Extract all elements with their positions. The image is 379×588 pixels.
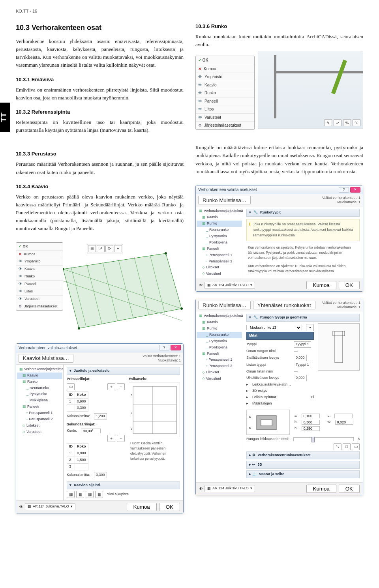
memory-button[interactable]: Kaaviot Muistissa… (19, 354, 73, 363)
primary-table[interactable]: IDKoko 10,900 0,300 (67, 391, 88, 412)
pos-option-icon[interactable]: ▦ (86, 491, 94, 498)
plus-button[interactable]: ＋ (107, 383, 115, 390)
minus-button[interactable]: － (117, 383, 125, 390)
body-text: Referenssipinta on kuvitteellinen taso t… (16, 118, 184, 134)
pos-option-icon[interactable]: ▦ (67, 491, 75, 498)
panel-header[interactable]: Jaottelu ja esikatselu (74, 368, 110, 374)
panel-header[interactable]: 🔧 (253, 315, 258, 320)
eye-icon: 👁 (198, 90, 202, 96)
tree-view[interactable]: ▦Verhorakennejärjestelmä ▦Kaavio ▦Runko … (16, 365, 64, 500)
anchor-icon[interactable]: □ (343, 443, 351, 450)
ok-button[interactable]: OK (339, 281, 360, 289)
pos-option-icon[interactable]: ▦ (76, 491, 84, 498)
check-icon: ✓ (198, 58, 201, 62)
tool-icon[interactable]: ⤢ (334, 119, 341, 126)
svg-text:2: 2 (131, 412, 132, 414)
pos-option-icon[interactable]: ▦ (95, 491, 103, 498)
svg-point-12 (78, 327, 80, 330)
hint-text: Huom: Osoita kenttiin vaihtaakseen panee… (129, 439, 180, 463)
memory-button[interactable]: Runko Muistissa… (198, 196, 251, 204)
secondary-table[interactable]: IDKoko 10,900 21,500 3 (67, 443, 88, 470)
section-schematic: ab (246, 410, 290, 435)
profile-preview (318, 323, 360, 371)
dialog-runkotyypit: Verhorakenteen valinta-asetukset ? ✕ Run… (195, 185, 363, 292)
svg-text:1: 1 (131, 427, 132, 430)
anchor-icon[interactable]: ▭ (352, 443, 360, 450)
svg-marker-0 (63, 253, 182, 328)
side-tab: TT (0, 103, 10, 132)
subsection-heading: 10.3.1 Emäviiva (16, 76, 184, 84)
tool-icon[interactable]: % (353, 119, 360, 126)
layer-selector[interactable]: ▦AR.124 Julkisivu.TALO▾ (25, 503, 75, 510)
body-text: Verhorakenne koostuu yhdeksästä osasta: … (16, 37, 184, 69)
profile-select[interactable]: Moduulirunko 13 (246, 325, 302, 330)
panel-header[interactable]: 🔧 (253, 210, 258, 215)
body-text: Perustaso määrittää Verhorakenteen asenn… (16, 160, 184, 176)
minus-button[interactable]: － (117, 435, 125, 442)
eye-icon: 👁 (198, 74, 202, 80)
viewport-3d[interactable]: ✎ ⤢ % % (258, 51, 363, 129)
tree-view[interactable]: ▦Verhorakennejärjestelmä ▦Kaavio ▦Runko … (196, 311, 243, 482)
page-header: KO.TT - 16 (16, 8, 363, 15)
close-icon: ✕ (198, 66, 201, 72)
layer-eye-icon[interactable]: 👁 (199, 282, 203, 288)
dialog-title: Verhorakenteen valinta-asetukset (19, 345, 77, 351)
ok-button[interactable]: OK (159, 503, 180, 511)
body-text: Rungolle on määrättävissä kolme erilaist… (195, 144, 363, 176)
dialog-rungon-tyyppi: Runko Muistissa… Yhtenäiset runkoluokat … (195, 299, 363, 495)
body-text: Runkoa muokataan kuten muitakin monikulm… (195, 33, 363, 49)
layer-eye-icon[interactable]: 👁 (199, 486, 203, 492)
svg-rect-13 (133, 386, 176, 434)
flip-icon[interactable]: ⇋ (334, 443, 341, 450)
layer-eye-icon[interactable]: 👁 (19, 504, 23, 510)
grid-illustration: ✓ OK ✕Kumoa 👁Ympäristö 👁Kaavio 👁Runko 👁P… (16, 238, 184, 336)
eye-icon: 👁 (198, 114, 202, 121)
layer-selector[interactable]: ▦AR.124 Julkisivu.TALO▾ (205, 282, 255, 289)
subsection-heading: 10.3.4 Kaavio (16, 183, 184, 191)
close-button[interactable]: ✕ (171, 345, 181, 350)
help-button[interactable]: ? (339, 187, 349, 193)
svg-text:3: 3 (131, 394, 132, 397)
body-text: Verkko on perustason päällä oleva kaavio… (16, 193, 184, 233)
uniform-button[interactable]: Yhtenäiset runkoluokat (253, 301, 315, 309)
svg-rect-23 (261, 419, 272, 426)
preview-diagram: 3 2 1 (129, 382, 180, 437)
grid-svg (63, 249, 186, 332)
hint-text: Kun verhorakenne on sijoitettu: Runko-os… (246, 262, 360, 275)
tool-icon[interactable]: ✎ (324, 119, 332, 126)
layers-popup: ✓ OK ✕Kumoa 👁Ympäristö 👁Kaavio 👁Runko 👁P… (195, 56, 255, 130)
eye-icon: 👁 (198, 106, 202, 112)
highlighted-frame-icon (331, 60, 347, 94)
svg-point-11 (180, 307, 183, 310)
eye-icon: 👁 (198, 98, 202, 105)
subsection-heading: 10.3.2 Referenssipinta (16, 108, 184, 116)
help-button[interactable]: ? (159, 345, 169, 350)
dim-input[interactable] (302, 414, 320, 418)
rotation-input[interactable] (81, 429, 101, 433)
svg-text:b: b (249, 427, 251, 429)
pattern-icon[interactable]: ▭ (67, 383, 75, 390)
eye-icon: 👁 (198, 82, 202, 88)
plus-button[interactable]: ＋ (107, 435, 115, 442)
hint-text: Kun verhorakenne on sijoitettu: Kehysrun… (246, 243, 360, 262)
browse-icon[interactable]: ▾ (306, 324, 314, 331)
svg-text:a: a (249, 416, 251, 418)
cancel-button[interactable]: Kumoa (127, 503, 157, 511)
dim-input[interactable] (302, 420, 320, 425)
cancel-button[interactable]: Kumoa (306, 281, 336, 289)
dim-input[interactable] (335, 420, 353, 425)
layer-selector[interactable]: ▦AR.124 Julkisivu.TALO▾ (205, 485, 255, 492)
info-box: ℹJoka runkotyypille on omat asetuksensa.… (246, 219, 360, 241)
gear-icon: ⚙ (198, 122, 202, 129)
dim-input[interactable] (334, 414, 353, 418)
cancel-button[interactable]: Kumoa (306, 485, 336, 493)
memory-button[interactable]: Runko Muistissa… (198, 301, 251, 309)
tool-icon[interactable]: % (343, 119, 351, 126)
svg-point-10 (165, 252, 167, 255)
dim-input[interactable] (302, 426, 320, 431)
section-heading: 10.3 Verhorakenteen osat (16, 22, 184, 34)
priority-slider[interactable] (293, 437, 354, 441)
tree-view[interactable]: ▦Verhorakennejärjestelmä ▦Kaavio ▦Runko … (196, 206, 243, 279)
ok-button[interactable]: OK (339, 485, 360, 493)
close-button[interactable]: ✕ (350, 187, 360, 193)
